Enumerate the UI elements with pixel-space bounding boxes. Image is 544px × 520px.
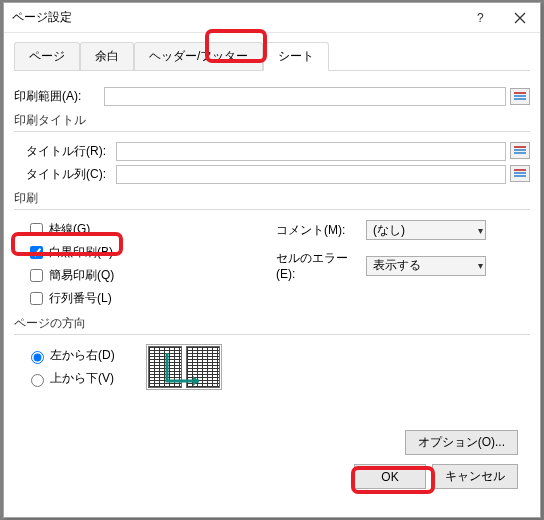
range-icon: [514, 92, 526, 102]
cellerr-value: 表示する: [373, 257, 421, 274]
tab-strip: ページ 余白 ヘッダー/フッター シート: [14, 43, 530, 71]
title-cols-range-button[interactable]: [510, 165, 530, 182]
tab-headerfooter[interactable]: ヘッダー/フッター: [134, 42, 263, 70]
tab-sheet[interactable]: シート: [263, 42, 329, 71]
dialog-title: ページ設定: [12, 9, 460, 26]
bw-label: 白黒印刷(B): [49, 244, 113, 261]
cellerr-label: セルのエラー(E):: [276, 250, 366, 281]
chevron-down-icon: ▾: [478, 225, 483, 236]
close-button[interactable]: [500, 3, 540, 33]
title-rows-range-button[interactable]: [510, 142, 530, 159]
titlebar: ページ設定 ?: [4, 3, 540, 33]
comments-combo[interactable]: (なし)▾: [366, 220, 486, 240]
cancel-button[interactable]: キャンセル: [432, 464, 518, 489]
direction-preview: [146, 344, 222, 390]
range-icon: [514, 146, 526, 156]
print-area-input[interactable]: [104, 87, 506, 106]
print-titles-group: タイトル行(R): タイトル列(C):: [14, 131, 530, 184]
ltr-radio[interactable]: [31, 351, 44, 364]
tab-page[interactable]: ページ: [14, 42, 80, 70]
gridlines-label: 枠線(G): [49, 221, 90, 238]
print-titles-label: 印刷タイトル: [14, 112, 530, 129]
print-area-range-button[interactable]: [510, 88, 530, 105]
gridlines-checkbox[interactable]: [30, 223, 43, 236]
tab-margins[interactable]: 余白: [80, 42, 134, 70]
print-area-label: 印刷範囲(A):: [14, 88, 104, 105]
sheet-panel: 印刷範囲(A): 印刷タイトル タイトル行(R): タイトル列(C):: [14, 71, 530, 501]
print-section-group: 枠線(G) 白黒印刷(B) 簡易印刷(Q) 行列番号(L) コメント(M): (…: [14, 209, 530, 309]
print-section-label: 印刷: [14, 190, 530, 207]
page-order-group: 左から右(D) 上から下(V): [14, 334, 530, 404]
title-rows-input[interactable]: [116, 142, 506, 161]
title-cols-label: タイトル列(C):: [26, 166, 116, 183]
range-icon: [514, 169, 526, 179]
page-order-label: ページの方向: [14, 315, 530, 332]
direction-arrow-icon: [163, 349, 205, 387]
rowcol-checkbox[interactable]: [30, 292, 43, 305]
help-button[interactable]: ?: [460, 3, 500, 33]
dialog-content: ページ 余白 ヘッダー/フッター シート 印刷範囲(A): 印刷タイトル タイト…: [4, 33, 540, 517]
draft-checkbox[interactable]: [30, 269, 43, 282]
cellerr-combo[interactable]: 表示する▾: [366, 256, 486, 276]
bw-checkbox[interactable]: [30, 246, 43, 259]
title-cols-input[interactable]: [116, 165, 506, 184]
comments-label: コメント(M):: [276, 222, 366, 239]
rowcol-label: 行列番号(L): [49, 290, 112, 307]
chevron-down-icon: ▾: [478, 260, 483, 271]
title-rows-label: タイトル行(R):: [26, 143, 116, 160]
ltr-label: 左から右(D): [50, 347, 115, 364]
options-button[interactable]: オプション(O)...: [405, 430, 518, 455]
comments-value: (なし): [373, 222, 405, 239]
ttb-radio[interactable]: [31, 374, 44, 387]
close-icon: [514, 12, 526, 24]
svg-text:?: ?: [477, 11, 484, 25]
page-setup-dialog: ページ設定 ? ページ 余白 ヘッダー/フッター シート 印刷範囲(A):: [3, 2, 541, 518]
draft-label: 簡易印刷(Q): [49, 267, 114, 284]
help-icon: ?: [473, 11, 487, 25]
ttb-label: 上から下(V): [50, 370, 114, 387]
ok-button[interactable]: OK: [354, 464, 426, 489]
